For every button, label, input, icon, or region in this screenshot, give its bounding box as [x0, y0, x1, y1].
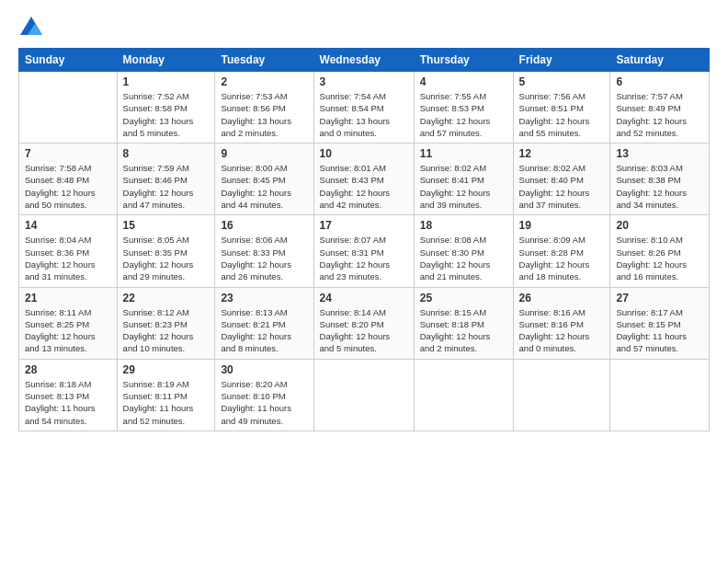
day-number: 14 [25, 219, 111, 232]
week-row-2: 7Sunrise: 7:58 AM Sunset: 8:48 PM Daylig… [19, 144, 710, 215]
logo-icon [18, 15, 44, 40]
day-cell: 29Sunrise: 8:19 AM Sunset: 8:11 PM Dayli… [117, 359, 215, 431]
day-info: Sunrise: 8:18 AM Sunset: 8:13 PM Dayligh… [25, 378, 111, 427]
day-number: 28 [25, 363, 111, 376]
day-cell: 6Sunrise: 7:57 AM Sunset: 8:49 PM Daylig… [610, 72, 710, 144]
header [18, 15, 710, 40]
day-number: 11 [420, 147, 507, 160]
week-row-1: 1Sunrise: 7:52 AM Sunset: 8:58 PM Daylig… [19, 72, 710, 144]
day-info: Sunrise: 7:55 AM Sunset: 8:53 PM Dayligh… [420, 90, 507, 139]
day-cell: 25Sunrise: 8:15 AM Sunset: 8:18 PM Dayli… [414, 287, 513, 359]
day-cell: 13Sunrise: 8:03 AM Sunset: 8:38 PM Dayli… [610, 144, 710, 215]
day-info: Sunrise: 8:14 AM Sunset: 8:20 PM Dayligh… [320, 306, 408, 355]
day-cell: 9Sunrise: 8:00 AM Sunset: 8:45 PM Daylig… [215, 144, 313, 215]
week-row-3: 14Sunrise: 8:04 AM Sunset: 8:36 PM Dayli… [19, 215, 710, 287]
day-cell: 19Sunrise: 8:09 AM Sunset: 8:28 PM Dayli… [513, 215, 610, 287]
weekday-sunday: Sunday [19, 49, 118, 72]
day-cell: 23Sunrise: 8:13 AM Sunset: 8:21 PM Dayli… [215, 287, 313, 359]
weekday-thursday: Thursday [414, 49, 513, 72]
weekday-tuesday: Tuesday [215, 49, 313, 72]
day-info: Sunrise: 7:54 AM Sunset: 8:54 PM Dayligh… [320, 90, 408, 139]
day-info: Sunrise: 7:58 AM Sunset: 8:48 PM Dayligh… [25, 162, 111, 211]
day-cell: 27Sunrise: 8:17 AM Sunset: 8:15 PM Dayli… [610, 287, 710, 359]
day-number: 4 [420, 75, 507, 88]
day-number: 26 [519, 292, 605, 304]
day-info: Sunrise: 8:02 AM Sunset: 8:41 PM Dayligh… [420, 162, 507, 211]
day-number: 19 [519, 219, 605, 232]
day-cell [513, 359, 610, 431]
logo [18, 15, 48, 40]
day-number: 1 [123, 75, 210, 88]
day-cell [610, 359, 710, 431]
day-info: Sunrise: 8:04 AM Sunset: 8:36 PM Dayligh… [25, 234, 111, 282]
day-number: 22 [123, 292, 210, 304]
day-cell: 21Sunrise: 8:11 AM Sunset: 8:25 PM Dayli… [19, 287, 118, 359]
day-cell: 12Sunrise: 8:02 AM Sunset: 8:40 PM Dayli… [513, 144, 610, 215]
day-cell: 16Sunrise: 8:06 AM Sunset: 8:33 PM Dayli… [215, 215, 313, 287]
day-number: 25 [420, 292, 507, 304]
day-number: 13 [616, 147, 703, 160]
day-number: 27 [616, 292, 703, 304]
day-info: Sunrise: 8:19 AM Sunset: 8:11 PM Dayligh… [123, 378, 210, 427]
day-cell: 22Sunrise: 8:12 AM Sunset: 8:23 PM Dayli… [117, 287, 215, 359]
day-cell: 24Sunrise: 8:14 AM Sunset: 8:20 PM Dayli… [313, 287, 414, 359]
day-number: 6 [616, 75, 703, 88]
day-number: 18 [420, 219, 507, 232]
day-info: Sunrise: 8:13 AM Sunset: 8:21 PM Dayligh… [221, 306, 307, 355]
day-info: Sunrise: 8:20 AM Sunset: 8:10 PM Dayligh… [221, 378, 307, 427]
day-number: 2 [221, 75, 307, 88]
day-cell: 2Sunrise: 7:53 AM Sunset: 8:56 PM Daylig… [215, 72, 313, 144]
weekday-wednesday: Wednesday [313, 49, 414, 72]
day-cell: 4Sunrise: 7:55 AM Sunset: 8:53 PM Daylig… [414, 72, 513, 144]
day-cell: 18Sunrise: 8:08 AM Sunset: 8:30 PM Dayli… [414, 215, 513, 287]
day-cell: 7Sunrise: 7:58 AM Sunset: 8:48 PM Daylig… [19, 144, 118, 215]
day-info: Sunrise: 7:53 AM Sunset: 8:56 PM Dayligh… [221, 90, 307, 139]
day-number: 5 [519, 75, 605, 88]
weekday-header-row: SundayMondayTuesdayWednesdayThursdayFrid… [19, 49, 710, 72]
day-number: 16 [221, 219, 307, 232]
day-number: 3 [320, 75, 408, 88]
day-info: Sunrise: 8:09 AM Sunset: 8:28 PM Dayligh… [519, 234, 605, 282]
day-number: 9 [221, 147, 307, 160]
day-number: 12 [519, 147, 605, 160]
day-cell [414, 359, 513, 431]
day-number: 8 [123, 147, 210, 160]
day-info: Sunrise: 8:08 AM Sunset: 8:30 PM Dayligh… [420, 234, 507, 282]
calendar: SundayMondayTuesdayWednesdayThursdayFrid… [18, 48, 710, 431]
day-info: Sunrise: 7:56 AM Sunset: 8:51 PM Dayligh… [519, 90, 605, 139]
day-number: 20 [616, 219, 703, 232]
day-cell: 28Sunrise: 8:18 AM Sunset: 8:13 PM Dayli… [19, 359, 118, 431]
weekday-friday: Friday [513, 49, 610, 72]
page: SundayMondayTuesdayWednesdayThursdayFrid… [0, 0, 728, 563]
day-cell: 15Sunrise: 8:05 AM Sunset: 8:35 PM Dayli… [117, 215, 215, 287]
day-cell: 20Sunrise: 8:10 AM Sunset: 8:26 PM Dayli… [610, 215, 710, 287]
day-cell: 14Sunrise: 8:04 AM Sunset: 8:36 PM Dayli… [19, 215, 118, 287]
day-number: 24 [320, 292, 408, 304]
day-info: Sunrise: 8:11 AM Sunset: 8:25 PM Dayligh… [25, 306, 111, 355]
day-number: 29 [123, 363, 210, 376]
day-cell: 26Sunrise: 8:16 AM Sunset: 8:16 PM Dayli… [513, 287, 610, 359]
day-cell [313, 359, 414, 431]
day-cell [19, 72, 118, 144]
week-row-5: 28Sunrise: 8:18 AM Sunset: 8:13 PM Dayli… [19, 359, 710, 431]
day-cell: 30Sunrise: 8:20 AM Sunset: 8:10 PM Dayli… [215, 359, 313, 431]
day-info: Sunrise: 8:17 AM Sunset: 8:15 PM Dayligh… [616, 306, 703, 355]
day-cell: 5Sunrise: 7:56 AM Sunset: 8:51 PM Daylig… [513, 72, 610, 144]
day-info: Sunrise: 8:16 AM Sunset: 8:16 PM Dayligh… [519, 306, 605, 355]
day-number: 17 [320, 219, 408, 232]
day-info: Sunrise: 8:06 AM Sunset: 8:33 PM Dayligh… [221, 234, 307, 282]
day-info: Sunrise: 7:57 AM Sunset: 8:49 PM Dayligh… [616, 90, 703, 139]
day-cell: 10Sunrise: 8:01 AM Sunset: 8:43 PM Dayli… [313, 144, 414, 215]
day-info: Sunrise: 8:05 AM Sunset: 8:35 PM Dayligh… [123, 234, 210, 282]
day-cell: 3Sunrise: 7:54 AM Sunset: 8:54 PM Daylig… [313, 72, 414, 144]
day-number: 10 [320, 147, 408, 160]
day-number: 7 [25, 147, 111, 160]
day-number: 23 [221, 292, 307, 304]
day-info: Sunrise: 8:02 AM Sunset: 8:40 PM Dayligh… [519, 162, 605, 211]
day-info: Sunrise: 8:12 AM Sunset: 8:23 PM Dayligh… [123, 306, 210, 355]
day-info: Sunrise: 7:59 AM Sunset: 8:46 PM Dayligh… [123, 162, 210, 211]
day-info: Sunrise: 8:10 AM Sunset: 8:26 PM Dayligh… [616, 234, 703, 282]
day-info: Sunrise: 7:52 AM Sunset: 8:58 PM Dayligh… [123, 90, 210, 139]
day-info: Sunrise: 8:15 AM Sunset: 8:18 PM Dayligh… [420, 306, 507, 355]
weekday-monday: Monday [117, 49, 215, 72]
